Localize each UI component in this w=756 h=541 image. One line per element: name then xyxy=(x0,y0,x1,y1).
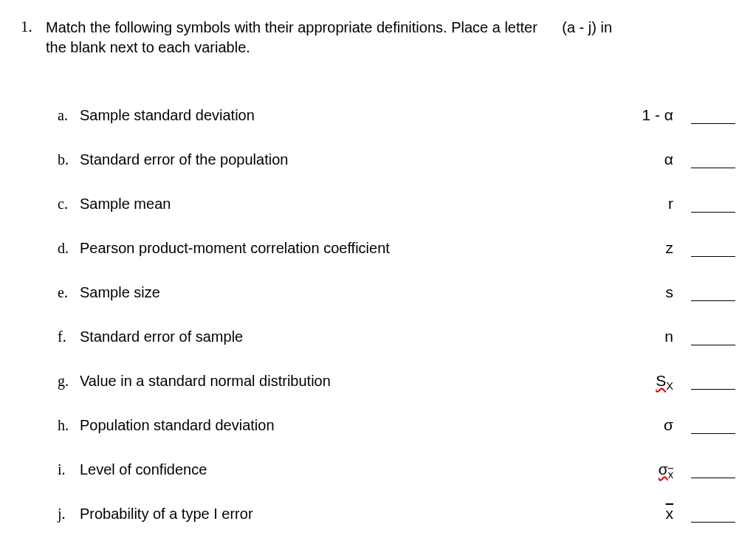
answer-blank[interactable] xyxy=(691,331,735,345)
answer-blank[interactable] xyxy=(691,508,735,523)
answer-blank[interactable] xyxy=(691,154,735,168)
question-text: Match the following symbols with their a… xyxy=(46,18,612,58)
matching-row: b. Standard error of the population α xyxy=(58,149,735,170)
question-text-line2: the blank next to each variable. xyxy=(46,39,250,55)
question-number: 1. xyxy=(21,18,46,36)
question-hint: (a - j) in xyxy=(537,19,612,35)
item-definition: Sample size xyxy=(80,284,625,301)
item-letter: h. xyxy=(58,417,80,434)
item-letter: e. xyxy=(58,284,80,301)
item-symbol: r xyxy=(625,195,691,213)
item-definition: Standard error of the population xyxy=(80,151,625,168)
matching-items: a. Sample standard deviation 1 - α b. St… xyxy=(58,105,735,524)
answer-blank[interactable] xyxy=(691,419,735,434)
item-symbol: 1 - α xyxy=(625,106,691,124)
item-letter: g. xyxy=(58,373,80,390)
answer-blank[interactable] xyxy=(691,242,735,257)
item-definition: Value in a standard normal distribution xyxy=(80,373,625,390)
matching-row: d. Pearson product-moment correlation co… xyxy=(58,238,735,258)
answer-blank[interactable] xyxy=(691,464,735,478)
item-definition: Probability of a type I error xyxy=(80,506,625,523)
matching-row: e. Sample size s xyxy=(58,282,735,303)
item-definition: Pearson product-moment correlation coeff… xyxy=(80,240,625,257)
item-definition: Population standard deviation xyxy=(80,417,625,434)
question-text-line1: Match the following symbols with their a… xyxy=(46,19,537,35)
answer-blank[interactable] xyxy=(691,109,735,124)
item-letter: b. xyxy=(58,151,80,168)
matching-row: i. Level of confidence σx xyxy=(58,459,735,480)
item-symbol: n xyxy=(625,328,691,345)
item-letter: d. xyxy=(58,240,80,257)
item-definition: Sample mean xyxy=(80,196,625,213)
matching-row: f. Standard error of sample n xyxy=(58,326,735,347)
matching-row: h. Population standard deviation σ xyxy=(58,415,735,435)
item-letter: f. xyxy=(58,328,80,345)
item-definition: Sample standard deviation xyxy=(80,107,625,124)
answer-blank[interactable] xyxy=(691,375,735,390)
item-definition: Standard error of sample xyxy=(80,328,625,345)
item-letter: a. xyxy=(58,107,80,124)
item-symbol: σx xyxy=(625,461,691,478)
matching-row: a. Sample standard deviation 1 - α xyxy=(58,105,735,125)
item-symbol: x xyxy=(625,505,691,523)
item-symbol: z xyxy=(625,239,691,257)
item-symbol: SX xyxy=(625,372,691,390)
answer-blank[interactable] xyxy=(691,198,735,213)
item-symbol: α xyxy=(625,151,691,168)
matching-row: g. Value in a standard normal distributi… xyxy=(58,371,735,391)
item-letter: j. xyxy=(58,506,80,523)
item-definition: Level of confidence xyxy=(80,461,625,478)
item-letter: i. xyxy=(58,461,80,478)
answer-blank[interactable] xyxy=(691,286,735,301)
item-symbol: s xyxy=(625,283,691,301)
question-header: 1. Match the following symbols with thei… xyxy=(21,18,735,58)
item-letter: c. xyxy=(58,196,80,213)
item-symbol: σ xyxy=(625,416,691,434)
matching-row: j. Probability of a type I error x xyxy=(58,503,735,524)
matching-row: c. Sample mean r xyxy=(58,193,735,214)
